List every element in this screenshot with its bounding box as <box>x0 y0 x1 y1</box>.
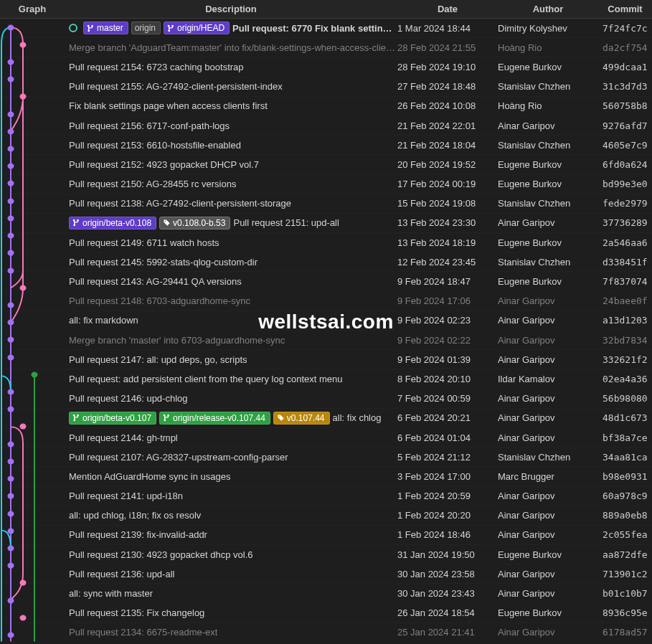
commit-row[interactable]: Pull request 2148: 6703-adguardhome-sync… <box>0 292 652 311</box>
commit-hash[interactable]: 34aa81ca <box>598 452 652 463</box>
commit-hash[interactable]: 2a546aa6 <box>598 237 652 248</box>
commit-row[interactable]: Pull request 2147: all: upd deps, go, sc… <box>0 350 652 369</box>
branch-badge[interactable]: origin <box>131 22 161 34</box>
commit-hash[interactable]: d338451f <box>598 257 652 267</box>
commit-row[interactable]: Pull request 2149: 6711 watch hosts13 Fe… <box>0 233 652 252</box>
header-commit[interactable]: Commit <box>598 1 652 17</box>
tag-badge[interactable]: v0.107.44 <box>273 412 330 425</box>
commit-row[interactable]: Pull request 2150: AG-28455 rc versions1… <box>0 175 652 194</box>
commit-hash[interactable]: 32bd7834 <box>598 335 652 346</box>
commit-date: 9 Feb 2024 01:39 <box>397 354 498 365</box>
commit-hash[interactable]: b01c10b7 <box>598 588 652 599</box>
commit-author: Eugene Burkov <box>498 159 598 170</box>
commit-hash[interactable]: fede2979 <box>598 198 652 209</box>
commit-hash[interactable]: 6fd0a624 <box>598 159 652 170</box>
commit-row[interactable]: all: sync with master30 Jan 2024 23:43Ai… <box>0 584 652 603</box>
commit-hash[interactable]: 24baee0f <box>598 295 652 306</box>
branch-badge[interactable]: master <box>83 22 128 34</box>
commit-row[interactable]: Pull request 2138: AG-27492-client-persi… <box>0 194 652 214</box>
commit-row[interactable]: masteroriginorigin/HEADPull request: 677… <box>0 19 652 38</box>
commit-hash[interactable]: 2c055fea <box>598 529 652 540</box>
commit-row[interactable]: Merge branch 'master' into 6703-adguardh… <box>0 331 652 350</box>
commit-hash[interactable]: 48d1c673 <box>598 412 652 423</box>
commit-hash[interactable]: 889a0eb8 <box>598 510 652 521</box>
commit-hash[interactable]: 31c3d7d3 <box>598 81 652 92</box>
commit-message: Pull request 2147: all: upd deps, go, sc… <box>69 354 247 365</box>
commit-row[interactable]: Pull request 2155: AG-27492-client-persi… <box>0 77 652 97</box>
commit-message: Pull request 2156: 6717-conf-path-logs <box>69 120 230 131</box>
commit-row[interactable]: Pull request 2154: 6723 caching bootstra… <box>0 57 652 77</box>
commit-hash[interactable]: 7f837074 <box>598 276 652 287</box>
commit-message: Pull request 2144: gh-tmpl <box>69 432 178 443</box>
commit-date: 9 Feb 2024 02:22 <box>397 335 498 346</box>
branch-badge[interactable]: origin/release-v0.107.44 <box>159 412 270 425</box>
commit-author: Ainar Garipov <box>498 412 598 423</box>
header-date[interactable]: Date <box>397 1 498 17</box>
branch-badge[interactable]: origin/HEAD <box>164 22 230 34</box>
commit-row[interactable]: origin/beta-v0.107origin/release-v0.107.… <box>0 409 652 428</box>
commit-hash[interactable]: bf38a7ce <box>598 432 652 443</box>
commit-row[interactable]: Pull request 2152: 4923 gopacket DHCP vo… <box>0 155 652 174</box>
commit-row[interactable]: Pull request 2135: Fix changelog26 Jan 2… <box>0 604 652 623</box>
commit-author: Ainar Garipov <box>498 393 598 404</box>
commit-row[interactable]: Pull request 2107: AG-28327-upstream-con… <box>0 448 652 467</box>
commit-hash[interactable]: 560758b8 <box>598 100 652 111</box>
badge-label: origin/release-v0.107.44 <box>173 413 265 423</box>
tag-badge[interactable]: v0.108.0-b.53 <box>159 217 230 229</box>
commit-row[interactable]: origin/beta-v0.108v0.108.0-b.53Pull requ… <box>0 214 652 233</box>
commit-row[interactable]: Pull request: add persistent client from… <box>0 369 652 389</box>
commit-hash[interactable]: da2cf754 <box>598 42 652 53</box>
tag-icon <box>163 219 171 227</box>
commit-row[interactable]: Pull request 2134: 6675-readme-ext25 Jan… <box>0 623 652 643</box>
commit-hash[interactable]: a13d1203 <box>598 315 652 326</box>
commit-hash[interactable]: 6178ad57 <box>598 627 652 638</box>
commit-hash[interactable]: 9276afd7 <box>598 120 652 131</box>
header-description[interactable]: Description <box>65 1 397 17</box>
commit-hash[interactable]: 7f24fc7c <box>598 23 652 34</box>
commit-hash[interactable]: 8936c95e <box>598 607 652 618</box>
commit-author: Ainar Garipov <box>498 569 598 579</box>
commit-row[interactable]: Pull request 2136: upd-all30 Jan 2024 23… <box>0 564 652 584</box>
header-graph[interactable]: Graph <box>0 1 65 17</box>
commit-date: 8 Feb 2024 20:10 <box>397 374 498 384</box>
commit-hash[interactable]: 332621f2 <box>598 354 652 365</box>
commit-hash[interactable]: bd99e3e0 <box>598 179 652 189</box>
commit-row[interactable]: Fix blank settings page when access clie… <box>0 97 652 116</box>
commit-row[interactable]: all: fix markdown9 Feb 2024 02:23Ainar G… <box>0 311 652 331</box>
commit-author: Ainar Garipov <box>498 295 598 306</box>
commit-row[interactable]: Merge branch 'AdguardTeam:master' into f… <box>0 38 652 57</box>
commit-date: 21 Feb 2024 22:01 <box>397 120 498 131</box>
commit-row[interactable]: Pull request 2143: AG-29441 QA versions9… <box>0 272 652 291</box>
commit-hash[interactable]: 56b98080 <box>598 393 652 404</box>
header-author[interactable]: Author <box>498 1 598 17</box>
commit-hash[interactable]: 713901c2 <box>598 569 652 579</box>
commit-row[interactable]: Pull request 2146: upd-chlog7 Feb 2024 0… <box>0 389 652 409</box>
commit-hash[interactable]: 499dcaa1 <box>598 62 652 72</box>
commit-date: 13 Feb 2024 23:30 <box>397 217 498 228</box>
commit-message: Pull request 2146: upd-chlog <box>69 393 188 404</box>
commit-hash[interactable]: 4605e7c9 <box>598 140 652 151</box>
commit-row[interactable]: Pull request 2141: upd-i18n1 Feb 2024 20… <box>0 487 652 506</box>
commit-row[interactable]: Pull request 2145: 5992-stats-qlog-custo… <box>0 252 652 272</box>
commit-row[interactable]: Pull request 2144: gh-tmpl6 Feb 2024 01:… <box>0 428 652 448</box>
branch-badge[interactable]: origin/beta-v0.107 <box>69 412 156 425</box>
commit-author: Ildar Kamalov <box>498 374 598 384</box>
commit-hash[interactable]: b98e0931 <box>598 471 652 482</box>
commit-row[interactable]: Mention AdGuardHome sync in usages3 Feb … <box>0 467 652 486</box>
commit-hash[interactable]: 37736289 <box>598 217 652 228</box>
commit-row[interactable]: all: upd chlog, i18n; fix os resolv1 Feb… <box>0 506 652 526</box>
commit-row[interactable]: Pull request 2139: fix-invalid-addr1 Feb… <box>0 526 652 545</box>
branch-icon <box>87 24 95 32</box>
commit-row[interactable]: Pull request 2156: 6717-conf-path-logs21… <box>0 116 652 136</box>
commit-message: Pull request 2134: 6675-readme-ext <box>69 627 217 638</box>
commit-date: 13 Feb 2024 18:19 <box>397 237 498 248</box>
commit-message: all: sync with master <box>69 588 153 599</box>
commit-date: 26 Jan 2024 18:54 <box>397 607 498 618</box>
branch-badge[interactable]: origin/beta-v0.108 <box>69 217 156 229</box>
commit-row[interactable]: Pull request 2153: 6610-hostsfile-enable… <box>0 136 652 155</box>
commit-hash[interactable]: 60a978c9 <box>598 491 652 501</box>
commit-hash[interactable]: aa872dfe <box>598 549 652 560</box>
commit-message: Pull request 2130: 4923 gopacket dhcp vo… <box>69 549 253 560</box>
commit-row[interactable]: Pull request 2130: 4923 gopacket dhcp vo… <box>0 545 652 564</box>
commit-hash[interactable]: 02ea4a36 <box>598 374 652 384</box>
